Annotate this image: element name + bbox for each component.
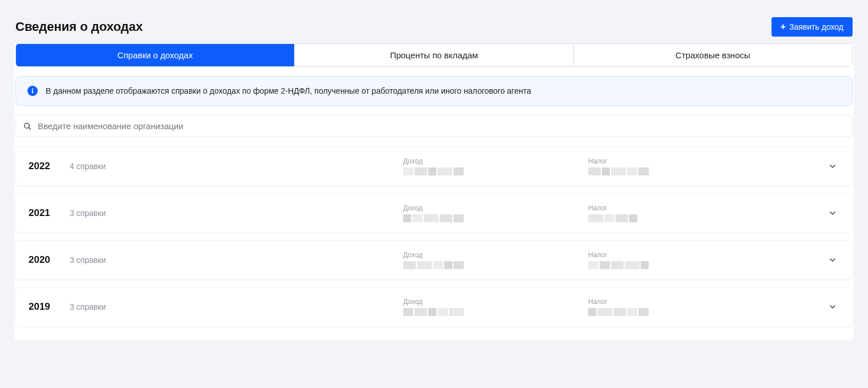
cert-count: 3 справки	[70, 255, 389, 265]
income-value-redacted	[403, 308, 574, 316]
income-col: Доход	[403, 204, 574, 222]
tax-col: Налог	[588, 251, 760, 269]
year-row[interactable]: 2021 3 справки Доход Налог	[15, 193, 853, 233]
declare-income-label: Заявить доход	[789, 22, 843, 31]
svg-line-1	[29, 127, 30, 129]
tax-label: Налог	[588, 204, 760, 212]
year-value: 2022	[29, 161, 56, 172]
year-value: 2020	[29, 254, 56, 266]
year-row[interactable]: 2020 3 справки Доход Налог	[15, 240, 853, 280]
tax-col: Налог	[588, 298, 760, 316]
tax-value-redacted	[588, 261, 760, 269]
declare-income-button[interactable]: + Заявить доход	[771, 17, 853, 37]
year-value: 2019	[29, 301, 56, 313]
income-value-redacted	[403, 214, 574, 222]
income-col: Доход	[403, 251, 574, 269]
income-label: Доход	[403, 204, 574, 212]
income-col: Доход	[403, 298, 574, 316]
expand-toggle[interactable]	[826, 253, 839, 267]
income-label: Доход	[403, 298, 574, 306]
tab-income-certs[interactable]: Справки о доходах	[16, 44, 294, 66]
chevron-down-icon	[828, 302, 837, 311]
income-col: Доход	[403, 157, 574, 175]
search-icon	[23, 122, 32, 131]
search-input[interactable]	[38, 121, 845, 131]
search-bar[interactable]	[15, 115, 853, 137]
income-value-redacted	[403, 261, 574, 269]
expand-toggle[interactable]	[826, 300, 839, 314]
tax-value-redacted	[588, 167, 760, 175]
info-text: В данном разделе отображаются справки о …	[46, 86, 531, 95]
year-row[interactable]: 2022 4 справки Доход Налог	[15, 146, 853, 186]
plus-icon: +	[781, 22, 786, 31]
expand-toggle[interactable]	[826, 159, 839, 173]
tab-deposit-interest[interactable]: Проценты по вкладам	[294, 44, 573, 66]
cert-count: 3 справки	[70, 302, 389, 311]
tax-col: Налог	[588, 157, 760, 175]
tax-value-redacted	[588, 214, 760, 222]
chevron-down-icon	[828, 209, 837, 218]
chevron-down-icon	[828, 162, 837, 171]
info-banner: i В данном разделе отображаются справки …	[15, 76, 853, 106]
cert-count: 3 справки	[70, 209, 389, 218]
cert-count: 4 справки	[70, 162, 389, 171]
page-title: Сведения о доходах	[15, 19, 143, 34]
info-icon: i	[27, 86, 38, 96]
tabs: Справки о доходах Проценты по вкладам Ст…	[15, 43, 853, 67]
year-row[interactable]: 2019 3 справки Доход Налог	[15, 287, 853, 327]
expand-toggle[interactable]	[826, 206, 839, 220]
year-value: 2021	[29, 207, 56, 219]
income-label: Доход	[403, 251, 574, 259]
tax-label: Налог	[588, 157, 760, 165]
tab-insurance[interactable]: Страховые взносы	[573, 44, 852, 66]
income-value-redacted	[403, 167, 574, 175]
tax-col: Налог	[588, 204, 760, 222]
chevron-down-icon	[828, 255, 837, 265]
income-label: Доход	[403, 157, 574, 165]
tax-label: Налог	[588, 298, 760, 306]
tax-value-redacted	[588, 308, 760, 316]
tax-label: Налог	[588, 251, 760, 259]
